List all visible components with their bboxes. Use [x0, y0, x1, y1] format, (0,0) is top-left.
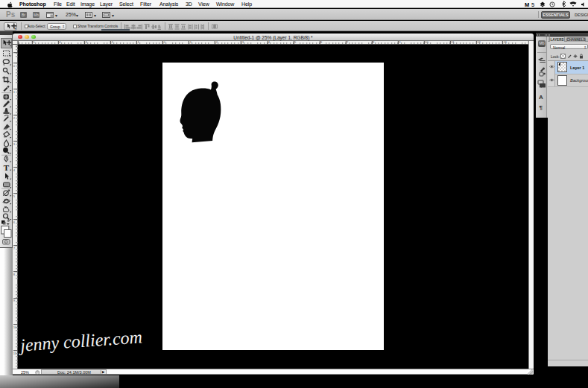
svg-text:T: T	[4, 163, 10, 172]
